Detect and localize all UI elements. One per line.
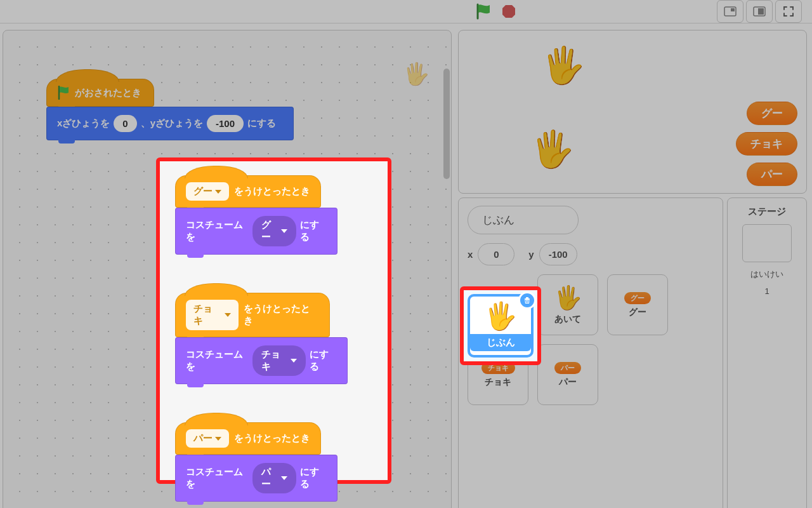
view-mode-large-stage[interactable] xyxy=(746,0,773,23)
svg-rect-2 xyxy=(731,8,735,11)
svg-rect-4 xyxy=(758,8,764,15)
sprite-thumbnail-icon: 🖐️ xyxy=(403,61,429,86)
backdrop-thumbnail[interactable] xyxy=(742,224,792,262)
x-coord-input[interactable]: 0 xyxy=(478,243,514,265)
view-mode-small-stage[interactable] xyxy=(717,0,743,23)
hand-icon: 🖐️ xyxy=(554,284,582,311)
svg-marker-0 xyxy=(502,5,515,18)
y-coord-input[interactable]: -100 xyxy=(539,243,577,265)
block-segment: コスチュームを xyxy=(186,349,249,373)
go-to-xy-block[interactable]: xざひょうを 0 、yざひょうを -100 にする xyxy=(46,107,294,140)
topbar xyxy=(0,0,812,23)
opponent-hand-icon: 🖐️ xyxy=(541,44,586,86)
sprite-name-input[interactable]: じぶん xyxy=(468,206,579,234)
block-segment: にする xyxy=(310,349,337,373)
block-label: をうけとったとき xyxy=(244,303,319,327)
green-flag-icon[interactable] xyxy=(476,3,491,20)
stage-title: ステージ xyxy=(748,206,786,218)
block-segment: コスチュームを xyxy=(186,466,249,490)
backdrop-label: はいけい xyxy=(750,269,783,280)
block-segment: コスチュームを xyxy=(186,219,249,243)
delete-sprite-icon[interactable] xyxy=(518,291,536,309)
backdrop-count: 1 xyxy=(764,286,769,296)
scrollbar-thumb[interactable] xyxy=(443,69,450,179)
sprite-tile-pa[interactable]: パー パー xyxy=(537,344,598,405)
block-segment: 、yざひょうを xyxy=(141,117,203,130)
block-label: がおされたとき xyxy=(75,87,141,99)
when-receive-pa-block[interactable]: パー をうけとったとき xyxy=(175,422,321,455)
switch-costume-choki-block[interactable]: コスチュームを チョキ にする xyxy=(175,337,348,384)
costume-dropdown[interactable]: パー xyxy=(252,463,296,493)
message-dropdown[interactable]: グー xyxy=(186,182,229,201)
y-value-input[interactable]: -100 xyxy=(207,115,244,132)
paper-mini-icon: パー xyxy=(554,362,581,374)
paper-button[interactable]: パー xyxy=(747,163,797,186)
switch-costume-gu-block[interactable]: コスチュームを グー にする xyxy=(175,208,337,255)
flag-icon xyxy=(57,86,70,100)
block-segment: にする xyxy=(247,117,276,130)
sprite-tile-jibun-selected[interactable]: 🖐️ じぶん xyxy=(468,294,534,358)
block-segment: にする xyxy=(300,219,327,243)
switch-costume-pa-block[interactable]: コスチュームを パー にする xyxy=(175,455,337,502)
block-label: をうけとったとき xyxy=(234,432,310,444)
when-receive-gu-block[interactable]: グー をうけとったとき xyxy=(175,175,321,208)
when-receive-choki-block[interactable]: チョキ をうけとったとき xyxy=(175,293,330,337)
when-flag-clicked-block[interactable]: がおされたとき xyxy=(46,79,154,107)
block-segment: にする xyxy=(300,466,327,490)
costume-dropdown[interactable]: グー xyxy=(252,216,296,246)
stop-icon[interactable] xyxy=(501,4,516,19)
message-dropdown[interactable]: チョキ xyxy=(186,300,239,330)
message-dropdown[interactable]: パー xyxy=(186,429,229,448)
block-segment: xざひょうを xyxy=(57,117,110,130)
x-label: x xyxy=(468,249,473,260)
costume-dropdown[interactable]: チョキ xyxy=(252,345,306,376)
y-label: y xyxy=(528,249,534,260)
fullscreen-icon[interactable] xyxy=(775,0,802,23)
rock-mini-icon: グー xyxy=(624,292,651,304)
hand-icon: 🖐️ xyxy=(484,300,517,331)
sprite-tile-aite[interactable]: 🖐️ あいて xyxy=(537,274,598,335)
stage[interactable]: 🖐️ 🖐️ グー チョキ パー xyxy=(458,30,807,194)
player-hand-icon: 🖐️ xyxy=(530,128,575,170)
sprite-tile-gu[interactable]: グー グー xyxy=(607,274,668,335)
rock-button[interactable]: グー xyxy=(747,102,797,125)
scissors-button[interactable]: チョキ xyxy=(736,132,797,156)
stage-panel: ステージ はいけい 1 xyxy=(727,197,807,508)
x-value-input[interactable]: 0 xyxy=(114,115,136,132)
block-label: をうけとったとき xyxy=(234,185,310,197)
